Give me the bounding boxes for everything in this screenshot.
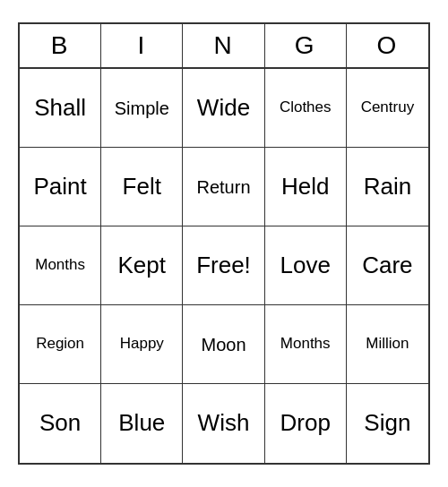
header-letter: G: [265, 24, 347, 67]
bingo-cell: Felt: [101, 148, 183, 226]
cell-text: Held: [281, 173, 329, 201]
cell-text: Rain: [364, 173, 411, 201]
cell-text: Sign: [364, 409, 410, 437]
cell-text: Wide: [197, 94, 250, 122]
bingo-grid: ShallSimpleWideClothesCentruyPaintFeltRe…: [20, 69, 428, 463]
bingo-cell: Months: [20, 226, 101, 305]
bingo-cell: Wish: [183, 384, 264, 463]
bingo-cell: Love: [265, 226, 347, 305]
cell-text: Months: [35, 256, 85, 274]
bingo-cell: Simple: [101, 69, 183, 148]
bingo-cell: Paint: [20, 148, 101, 226]
bingo-cell: Blue: [101, 384, 183, 463]
cell-text: Shall: [34, 94, 86, 122]
bingo-cell: Rain: [347, 148, 428, 226]
bingo-cell: Free!: [183, 226, 264, 305]
bingo-cell: Care: [347, 226, 428, 305]
bingo-cell: Drop: [265, 384, 347, 463]
bingo-cell: Held: [265, 148, 347, 226]
header-letter: O: [347, 24, 428, 67]
cell-text: Million: [366, 335, 409, 353]
cell-text: Region: [36, 335, 84, 353]
cell-text: Kept: [118, 252, 167, 279]
bingo-cell: Clothes: [265, 69, 347, 148]
cell-text: Clothes: [280, 98, 332, 116]
bingo-cell: Region: [20, 305, 101, 384]
bingo-cell: Son: [20, 384, 101, 463]
header-letter: I: [101, 24, 183, 67]
cell-text: Son: [39, 409, 81, 437]
cell-text: Drop: [280, 409, 331, 437]
header-letter: N: [183, 24, 264, 67]
bingo-cell: Wide: [183, 69, 264, 148]
bingo-card: BINGO ShallSimpleWideClothesCentruyPaint…: [18, 22, 430, 465]
cell-text: Blue: [118, 409, 165, 437]
cell-text: Centruy: [361, 98, 415, 116]
cell-text: Wish: [198, 409, 250, 437]
cell-text: Months: [280, 335, 331, 353]
bingo-cell: Happy: [101, 305, 183, 384]
header-letter: B: [20, 24, 101, 67]
cell-text: Moon: [201, 334, 246, 355]
cell-text: Happy: [120, 335, 164, 353]
bingo-cell: Return: [183, 148, 264, 226]
cell-text: Paint: [33, 173, 86, 201]
cell-text: Free!: [196, 252, 251, 279]
bingo-cell: Million: [347, 305, 428, 384]
bingo-cell: Kept: [101, 226, 183, 305]
bingo-cell: Months: [265, 305, 347, 384]
cell-text: Return: [196, 176, 250, 198]
cell-text: Care: [362, 252, 412, 279]
bingo-cell: Sign: [347, 384, 428, 463]
cell-text: Love: [280, 252, 331, 279]
bingo-cell: Shall: [20, 69, 101, 148]
bingo-cell: Centruy: [347, 69, 428, 148]
bingo-cell: Moon: [183, 305, 264, 384]
cell-text: Felt: [123, 173, 161, 201]
bingo-header: BINGO: [20, 24, 428, 69]
cell-text: Simple: [115, 98, 169, 119]
